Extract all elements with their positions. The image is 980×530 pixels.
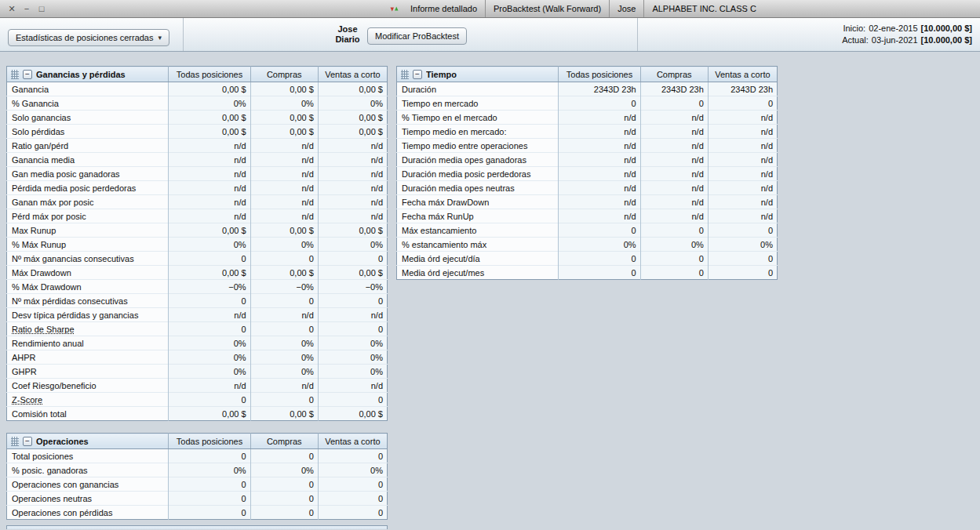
- table-row: Z-Score000: [7, 393, 388, 407]
- stat-value: n/d: [250, 167, 318, 181]
- collapse-button[interactable]: −: [413, 70, 422, 79]
- stat-value: 0%: [318, 336, 387, 350]
- stat-value: 0%: [318, 350, 387, 365]
- stat-value: 0: [250, 252, 318, 266]
- stat-link[interactable]: Z-Score: [7, 393, 169, 407]
- stat-value: 0%: [169, 336, 250, 350]
- panel-title: Ganancias y pérdidas: [36, 70, 126, 79]
- stat-value: 0: [250, 322, 318, 336]
- window-controls: ✕ − □: [0, 4, 46, 14]
- stats-scope-dropdown[interactable]: Estadísticas de posiciones cerradas ▾: [8, 29, 169, 46]
- capital-range: Inicio:02-ene-2015[10.000,00 $] Actual:0…: [842, 23, 972, 46]
- table-row: Ratio gan/pérdn/dn/dn/d: [7, 139, 388, 153]
- stat-label: Fecha máx DrawDown: [397, 195, 559, 209]
- stat-value: 0,00 $: [318, 266, 387, 280]
- stat-value: n/d: [318, 181, 387, 195]
- table-row: Operaciones con ganancias000: [7, 477, 388, 492]
- stat-value: n/d: [250, 153, 318, 167]
- user-name: Jose: [330, 24, 366, 34]
- stat-value: 0: [559, 266, 640, 280]
- inicio-line: Inicio:02-ene-2015[10.000,00 $]: [842, 23, 972, 34]
- table-row: Duración media opes neutrasn/dn/dn/d: [397, 181, 778, 195]
- table-row: Operaciones con pérdidas000: [7, 506, 388, 520]
- stat-label: Media órd ejecut/día: [397, 252, 559, 266]
- table-row: Fecha máx DrawDownn/dn/dn/d: [397, 195, 778, 209]
- column-header: Todas posiciones: [169, 67, 250, 82]
- stat-value: 2343D 23h: [640, 82, 708, 96]
- report-icon: [388, 0, 403, 17]
- table-row: Nº máx ganancias consecutivas000: [7, 252, 388, 266]
- stat-value: 0%: [250, 336, 318, 350]
- stat-value: 0: [169, 252, 250, 266]
- stat-value: 0: [708, 96, 777, 111]
- stat-label: % Máx Drawdown: [7, 280, 169, 294]
- stat-value: n/d: [169, 181, 250, 195]
- stat-link[interactable]: Ratio de Sharpe: [7, 322, 169, 336]
- table-row: Ganancia median/dn/dn/d: [7, 153, 388, 167]
- actual-date: 03-jun-2021: [872, 35, 918, 45]
- table-row: Máx estancamiento000: [397, 223, 778, 238]
- close-button[interactable]: ✕: [7, 4, 16, 14]
- panel-tiempo: −TiempoTodas posicionesComprasVentas a c…: [396, 66, 778, 280]
- stat-value: n/d: [250, 139, 318, 153]
- stat-label: Ganancia media: [7, 153, 169, 167]
- column-header: Ventas a corto: [318, 434, 387, 449]
- stat-value: 0,00 $: [250, 125, 318, 139]
- stat-value: 0: [169, 506, 250, 520]
- stat-value: 0%: [708, 238, 777, 252]
- stat-value: 0: [559, 96, 640, 111]
- drag-handle-icon[interactable]: [11, 70, 19, 79]
- stat-value: n/d: [250, 209, 318, 223]
- stat-label: GHPR: [7, 365, 169, 379]
- stat-value: n/d: [559, 111, 640, 125]
- report-content: −Ganancias y pérdidasTodas posicionesCom…: [0, 52, 980, 529]
- maximize-button[interactable]: □: [37, 4, 46, 14]
- stat-label: Tiempo medio entre operaciones: [397, 139, 559, 153]
- stat-value: 0: [640, 96, 708, 111]
- stat-value: n/d: [640, 139, 708, 153]
- stat-value: 0,00 $: [250, 82, 318, 96]
- stat-label: Fecha máx RunUp: [397, 209, 559, 223]
- stat-value: 0: [640, 223, 708, 238]
- stat-value: n/d: [318, 153, 387, 167]
- table-row: Operaciones neutras000: [7, 492, 388, 506]
- stat-value: 0%: [169, 238, 250, 252]
- stat-label: Duración media opes ganadoras: [397, 153, 559, 167]
- stat-value: n/d: [559, 153, 640, 167]
- timeframe-label: Diario: [330, 34, 366, 45]
- stat-value: 0%: [318, 96, 387, 111]
- minimize-button[interactable]: −: [22, 4, 31, 14]
- table-row: Duración media posic perdedorasn/dn/dn/d: [397, 167, 778, 181]
- stat-value: n/d: [318, 308, 387, 322]
- collapse-button[interactable]: −: [23, 437, 32, 446]
- table-row: Máx Drawdown0,00 $0,00 $0,00 $: [7, 266, 388, 280]
- partial-next-panel: [6, 525, 388, 529]
- stats-table: −Ganancias y pérdidasTodas posicionesCom…: [6, 66, 388, 421]
- collapse-button[interactable]: −: [23, 70, 32, 79]
- stat-value: 0%: [250, 365, 318, 379]
- modify-probacktest-button[interactable]: Modificar ProBacktest: [367, 27, 467, 45]
- stat-value: 0%: [250, 96, 318, 111]
- toolbar: Estadísticas de posiciones cerradas ▾ Jo…: [0, 18, 980, 52]
- stat-value: n/d: [559, 195, 640, 209]
- panel-title: Operaciones: [36, 437, 89, 446]
- column-header: Ventas a corto: [708, 67, 777, 82]
- stat-value: n/d: [169, 209, 250, 223]
- stat-value: n/d: [640, 181, 708, 195]
- titlebar: ✕ − □ Informe detallado ProBacktest (Wal…: [0, 0, 980, 18]
- stat-value: n/d: [708, 209, 777, 223]
- panel-header: −Operaciones: [7, 434, 169, 449]
- actual-label: Actual:: [842, 35, 869, 45]
- drag-handle-icon[interactable]: [401, 70, 409, 79]
- stat-value: n/d: [640, 125, 708, 139]
- drag-handle-icon[interactable]: [11, 437, 19, 446]
- table-row: % Ganancia0%0%0%: [7, 96, 388, 111]
- stat-value: 0,00 $: [169, 82, 250, 96]
- stat-value: n/d: [708, 195, 777, 209]
- stat-label: Máx Drawdown: [7, 266, 169, 280]
- stat-value: 0: [708, 266, 777, 280]
- stat-value: n/d: [559, 167, 640, 181]
- table-row: Solo pérdidas0,00 $0,00 $0,00 $: [7, 125, 388, 139]
- stat-value: 0: [318, 393, 387, 407]
- title-backtest-name: ProBacktest (Walk Forward): [485, 0, 609, 17]
